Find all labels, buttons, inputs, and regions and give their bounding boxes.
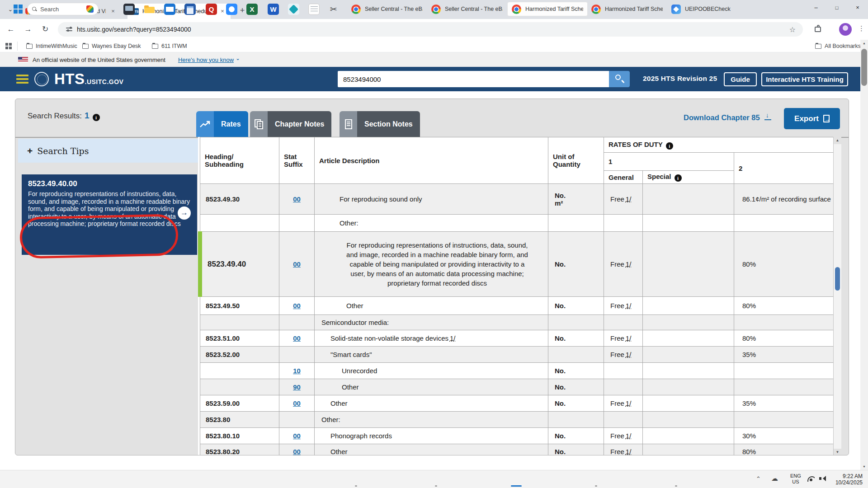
pen-app-icon[interactable]: [288, 4, 299, 15]
result-code: 8523.49.40.00: [28, 179, 191, 188]
footnote-link[interactable]: 1/: [626, 302, 632, 310]
word-icon[interactable]: W: [268, 4, 279, 15]
general-rate: Free: [610, 448, 624, 455]
site-logo[interactable]: HTS.USITC.GOV: [54, 70, 123, 88]
bookmark-star-icon[interactable]: [789, 25, 796, 34]
stat-suffix-link[interactable]: 10: [293, 367, 301, 375]
taskbar-window-hts-active[interactable]: Harmonized Tariff Sche: [507, 2, 588, 16]
scrollbar-thumb[interactable]: [835, 267, 840, 291]
file-explorer-icon[interactable]: [144, 4, 155, 15]
info-icon[interactable]: [93, 114, 100, 121]
export-button[interactable]: Export: [784, 108, 840, 129]
all-bookmarks-button[interactable]: All Bookmarks: [815, 40, 861, 52]
taskbar-window-ueipoobecheck[interactable]: UEIPOOBECheck: [667, 2, 747, 16]
duty2-cell: 80%: [734, 330, 835, 347]
duty2-cell: 80%: [734, 297, 835, 315]
tray-overflow-chevron[interactable]: [756, 475, 761, 482]
onedrive-cloud-icon[interactable]: [771, 474, 778, 483]
taskbar-window-hts-2[interactable]: Harmonized Tariff Sche: [587, 2, 667, 16]
stat-suffix-link[interactable]: 90: [293, 383, 301, 391]
stat-cell: 00: [279, 444, 315, 456]
scroll-up-icon[interactable]: [860, 40, 868, 47]
search-tips-toggle[interactable]: + Search Tips: [18, 139, 198, 163]
app-icon-monitor[interactable]: [123, 4, 135, 15]
scroll-up-icon[interactable]: [834, 137, 841, 144]
url-text[interactable]: hts.usitc.gov/search?query=8523494000: [77, 26, 789, 33]
footnote-link[interactable]: 1/: [626, 260, 632, 268]
wifi-icon[interactable]: [807, 476, 815, 482]
apps-grid-icon[interactable]: [5, 43, 12, 49]
stat-suffix-link[interactable]: 00: [293, 302, 301, 310]
footnote-link[interactable]: 1/: [626, 334, 632, 342]
open-result-arrow-button[interactable]: [178, 206, 191, 220]
footnote-link[interactable]: 1/: [626, 432, 632, 440]
hts-search-button[interactable]: [609, 71, 630, 87]
maximize-button[interactable]: [826, 0, 847, 15]
info-icon[interactable]: [666, 142, 673, 150]
guide-button[interactable]: Guide: [724, 72, 757, 86]
taskbar-window-seller-central-2[interactable]: Seller Central - The eBa: [427, 2, 507, 16]
stat-suffix-link[interactable]: 00: [293, 260, 301, 268]
mail-app-icon[interactable]: [164, 4, 175, 15]
table-row: 8523.52.00 "Smart cards" Free1/ 35%: [200, 347, 835, 363]
back-button[interactable]: [5, 23, 17, 36]
taskbar-search[interactable]: Search: [27, 3, 99, 15]
start-button[interactable]: [14, 5, 23, 14]
taskbar-window-seller-central-1[interactable]: Seller Central - The eBa: [347, 2, 427, 16]
how-you-know-link[interactable]: Here's how you know: [178, 56, 234, 63]
stat-suffix-link[interactable]: 00: [293, 448, 301, 455]
notepad-icon[interactable]: [308, 4, 320, 15]
running-indicator: [675, 485, 677, 487]
language-indicator[interactable]: ENG US: [790, 473, 801, 485]
minimize-button[interactable]: [806, 0, 826, 15]
forward-button[interactable]: [22, 23, 34, 36]
stat-cell: 00: [279, 428, 315, 444]
menu-hamburger-icon[interactable]: [16, 75, 28, 84]
close-window-button[interactable]: [847, 0, 868, 15]
speaker-icon[interactable]: [819, 476, 826, 481]
footnote-link[interactable]: 1/: [626, 195, 632, 203]
taskbar-clock[interactable]: 9:22 AM 10/24/2025: [831, 473, 863, 486]
stat-suffix-link[interactable]: 00: [293, 334, 301, 342]
footnote-link[interactable]: 1/: [626, 351, 632, 358]
site-settings-icon[interactable]: [66, 27, 72, 32]
tab-close-icon[interactable]: [109, 8, 117, 15]
stat-suffix-link[interactable]: 00: [293, 432, 301, 440]
stat-suffix-link[interactable]: 00: [293, 195, 301, 203]
browser-menu-icon[interactable]: [858, 24, 865, 33]
bookmark-intimewithmusic[interactable]: IntimeWithMusic: [26, 40, 77, 52]
search-result-item-selected[interactable]: 8523.49.40.00 For reproducing representa…: [22, 174, 197, 255]
tab-rates[interactable]: Rates: [196, 111, 248, 137]
unit-cell: No. m²: [548, 184, 604, 215]
scroll-down-icon[interactable]: [860, 463, 868, 470]
footnote-link[interactable]: 1/: [626, 448, 632, 455]
footnote-link[interactable]: 1/: [626, 399, 632, 407]
excel-icon[interactable]: X: [246, 4, 258, 15]
window-title: UEIPOOBECheck: [685, 6, 743, 12]
bookmark-waynes-ebay-desk[interactable]: Waynes Ebay Desk: [82, 40, 141, 52]
stat-suffix-link[interactable]: 00: [293, 399, 301, 407]
download-chapter-link[interactable]: Download Chapter 85: [684, 113, 772, 122]
page-scrollbar[interactable]: [860, 40, 868, 470]
tab-close-icon[interactable]: [219, 8, 226, 15]
bookmark-611-itwm[interactable]: 611 ITWM: [152, 40, 187, 52]
reload-button[interactable]: [39, 23, 52, 36]
calendar-app-icon[interactable]: [184, 4, 196, 15]
snipping-tool-icon[interactable]: [328, 4, 339, 15]
scroll-down-icon[interactable]: [834, 449, 841, 455]
table-scrollbar[interactable]: [833, 137, 841, 455]
special-cell: [643, 363, 734, 379]
scrollbar-thumb[interactable]: [861, 49, 867, 86]
training-button[interactable]: Interactive HTS Training: [761, 72, 848, 86]
tab-section-notes[interactable]: Section Notes: [340, 111, 420, 137]
extensions-icon[interactable]: [814, 25, 822, 33]
info-icon[interactable]: [675, 174, 682, 182]
profile-avatar[interactable]: [839, 23, 852, 36]
footnote-link[interactable]: 1/: [450, 334, 456, 342]
zoom-app-icon[interactable]: [226, 4, 237, 15]
app-icon-q[interactable]: Q: [206, 4, 217, 15]
hts-search-input[interactable]: [338, 71, 609, 87]
address-bar[interactable]: hts.usitc.gov/search?query=8523494000: [58, 22, 803, 37]
tab-chapter-notes[interactable]: Chapter Notes: [250, 111, 331, 137]
stat-cell: 00: [279, 395, 315, 412]
